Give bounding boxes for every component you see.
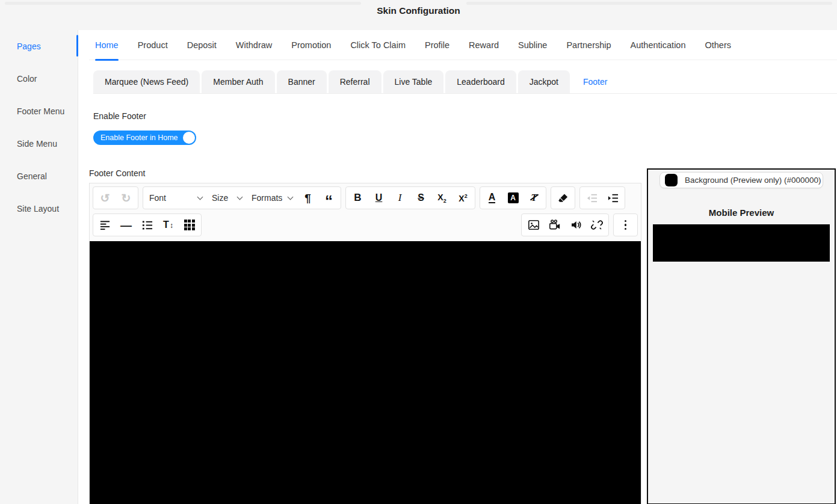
horizontal-rule-button[interactable]: — bbox=[116, 215, 137, 235]
underline-button[interactable]: U bbox=[368, 188, 389, 208]
subtab-referral[interactable]: Referral bbox=[329, 70, 381, 93]
ordered-list-icon bbox=[141, 220, 153, 231]
enable-footer-label: Enable Footer bbox=[93, 111, 837, 121]
more-vertical-icon bbox=[625, 220, 627, 230]
chevron-down-icon bbox=[197, 194, 203, 200]
text-style-icon: T bbox=[531, 192, 537, 203]
tab-promotion[interactable]: Promotion bbox=[291, 30, 331, 60]
enable-footer-switch[interactable]: Enable Footer in Home bbox=[93, 131, 196, 145]
chevron-down-icon bbox=[237, 194, 243, 200]
table-grid-icon bbox=[184, 220, 195, 230]
ordered-list-button[interactable] bbox=[137, 215, 158, 235]
redo-button[interactable]: ↻ bbox=[116, 188, 137, 208]
tab-reward[interactable]: Reward bbox=[469, 30, 499, 60]
table-button[interactable] bbox=[179, 215, 200, 235]
editor-content-area[interactable] bbox=[90, 241, 641, 504]
subtab-banner[interactable]: Banner bbox=[277, 70, 327, 93]
insert-video-button[interactable] bbox=[544, 215, 565, 235]
insert-image-button[interactable] bbox=[523, 215, 544, 235]
align-left-icon bbox=[99, 220, 111, 231]
tab-click-to-claim[interactable]: Click To Claim bbox=[350, 30, 406, 60]
subtab-footer[interactable]: Footer bbox=[572, 70, 619, 93]
undo-button[interactable]: ↺ bbox=[94, 188, 116, 208]
insert-audio-button[interactable] bbox=[565, 215, 586, 235]
line-height-button[interactable]: T↕ bbox=[158, 215, 179, 235]
subtab-leaderboard[interactable]: Leaderboard bbox=[445, 70, 516, 93]
tab-authentication[interactable]: Authentication bbox=[631, 30, 686, 60]
sidebar-item-side-menu[interactable]: Side Menu bbox=[0, 128, 78, 160]
eraser-icon bbox=[557, 192, 569, 204]
section-tabbar: Marquee (News Feed) Member Auth Banner R… bbox=[93, 70, 837, 94]
tab-product[interactable]: Product bbox=[138, 30, 168, 60]
italic-button[interactable]: I bbox=[389, 188, 410, 208]
align-left-button[interactable] bbox=[94, 215, 116, 235]
undo-icon: ↺ bbox=[100, 192, 110, 204]
subtab-marquee-news-feed[interactable]: Marquee (News Feed) bbox=[93, 70, 200, 93]
clear-formatting-button[interactable] bbox=[552, 188, 573, 208]
blockquote-icon: “ bbox=[325, 200, 333, 203]
switch-knob bbox=[183, 132, 195, 144]
superscript-icon: X2 bbox=[459, 193, 467, 203]
footer-content-editor: ↺ ↻ Font Size bbox=[89, 183, 641, 504]
background-picker-label: Background (Preview only) (#000000) bbox=[685, 176, 821, 185]
mobile-preview-screen bbox=[653, 224, 830, 262]
sidebar: Pages Color Footer Menu Side Menu Genera… bbox=[0, 30, 78, 504]
tab-withdraw[interactable]: Withdraw bbox=[236, 30, 272, 60]
tab-home[interactable]: Home bbox=[95, 30, 119, 60]
image-icon bbox=[528, 219, 540, 231]
superscript-button[interactable]: X2 bbox=[452, 188, 474, 208]
paragraph-icon: ¶ bbox=[304, 192, 311, 204]
strikethrough-icon: S bbox=[418, 192, 424, 203]
subscript-icon: X2 bbox=[437, 192, 446, 204]
sidebar-item-pages[interactable]: Pages bbox=[0, 30, 78, 63]
bold-button[interactable]: B bbox=[347, 188, 368, 208]
font-color-button[interactable]: A bbox=[481, 188, 502, 208]
indent-button[interactable] bbox=[602, 188, 623, 208]
tab-partnership[interactable]: Partnership bbox=[566, 30, 611, 60]
video-icon bbox=[549, 219, 561, 231]
header: Skin Configuration bbox=[0, 0, 837, 30]
sidebar-item-general[interactable]: General bbox=[0, 160, 78, 192]
underline-icon: U bbox=[375, 192, 383, 203]
tab-active-underline bbox=[95, 59, 119, 61]
paragraph-button[interactable]: ¶ bbox=[297, 188, 318, 208]
background-color-button[interactable]: A bbox=[502, 188, 524, 208]
font-family-dropdown[interactable]: Font bbox=[144, 188, 207, 208]
page-tabbar: Home Product Deposit Withdraw Promotion … bbox=[89, 30, 837, 60]
redo-icon: ↻ bbox=[122, 192, 131, 204]
header-divider-right bbox=[466, 2, 832, 5]
subscript-button[interactable]: X2 bbox=[431, 188, 452, 208]
line-height-icon: T↕ bbox=[163, 220, 173, 230]
outdent-button[interactable] bbox=[581, 188, 602, 208]
subtab-live-table[interactable]: Live Table bbox=[383, 70, 444, 93]
sidebar-item-site-layout[interactable]: Site Layout bbox=[0, 192, 78, 225]
font-color-icon: A bbox=[489, 192, 496, 204]
switch-label: Enable Footer in Home bbox=[100, 131, 178, 145]
unlink-button[interactable] bbox=[586, 215, 607, 235]
tab-others[interactable]: Others bbox=[705, 30, 731, 60]
sidebar-item-footer-menu[interactable]: Footer Menu bbox=[0, 95, 78, 128]
tab-subline[interactable]: Subline bbox=[518, 30, 547, 60]
tab-deposit[interactable]: Deposit bbox=[187, 30, 217, 60]
unlink-icon bbox=[591, 219, 603, 231]
header-divider-left bbox=[5, 2, 361, 5]
footer-content-label: Footer Content bbox=[89, 168, 641, 178]
blockquote-button[interactable]: “ bbox=[318, 188, 339, 208]
text-style-button[interactable]: T bbox=[524, 188, 545, 208]
font-size-dropdown[interactable]: Size bbox=[207, 188, 247, 208]
sidebar-item-color[interactable]: Color bbox=[0, 63, 78, 95]
subtab-member-auth[interactable]: Member Auth bbox=[202, 70, 274, 93]
tab-profile[interactable]: Profile bbox=[425, 30, 449, 60]
editor-toolbar: ↺ ↻ Font Size bbox=[90, 183, 641, 241]
strikethrough-button[interactable]: S bbox=[410, 188, 431, 208]
background-swatch bbox=[665, 174, 678, 186]
mobile-preview-title: Mobile Preview bbox=[648, 207, 835, 218]
more-options-button[interactable] bbox=[615, 215, 636, 235]
formats-dropdown[interactable]: Formats bbox=[247, 188, 297, 208]
background-color-picker[interactable]: Background (Preview only) (#000000) bbox=[659, 172, 823, 188]
background-color-icon: A bbox=[508, 192, 519, 203]
chevron-down-icon bbox=[288, 194, 294, 200]
subtab-jackpot[interactable]: Jackpot bbox=[518, 70, 570, 93]
bold-icon: B bbox=[354, 192, 361, 204]
italic-icon: I bbox=[398, 192, 402, 204]
